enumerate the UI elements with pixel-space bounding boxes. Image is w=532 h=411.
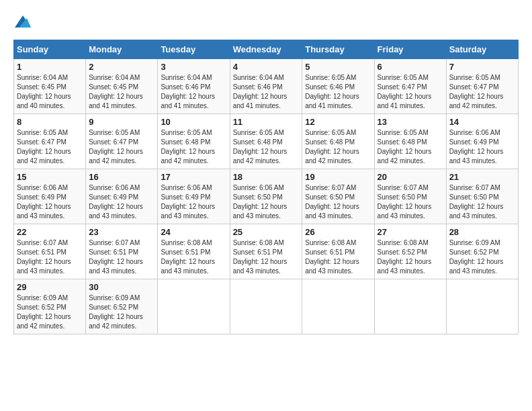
day-cell-4: 4 Sunrise: 6:04 AMSunset: 6:46 PMDayligh… — [230, 59, 302, 114]
day-detail: Sunrise: 6:07 AMSunset: 6:51 PMDaylight:… — [89, 239, 143, 275]
day-cell-29: 29 Sunrise: 6:09 AMSunset: 6:52 PMDaylig… — [14, 279, 86, 334]
day-number: 25 — [233, 227, 300, 237]
day-detail: Sunrise: 6:05 AMSunset: 6:47 PMDaylight:… — [17, 129, 71, 165]
day-number: 16 — [89, 172, 154, 182]
day-cell-28: 28 Sunrise: 6:09 AMSunset: 6:52 PMDaylig… — [446, 224, 518, 279]
day-cell-10: 10 Sunrise: 6:05 AMSunset: 6:48 PMDaylig… — [158, 114, 230, 169]
day-detail: Sunrise: 6:04 AMSunset: 6:45 PMDaylight:… — [89, 74, 143, 109]
col-friday: Friday — [374, 40, 446, 59]
empty-cell — [158, 279, 230, 334]
day-cell-24: 24 Sunrise: 6:08 AMSunset: 6:51 PMDaylig… — [158, 224, 230, 279]
day-number: 10 — [161, 117, 226, 127]
header — [13, 13, 519, 33]
day-cell-11: 11 Sunrise: 6:05 AMSunset: 6:48 PMDaylig… — [230, 114, 302, 169]
day-detail: Sunrise: 6:05 AMSunset: 6:47 PMDaylight:… — [449, 74, 504, 109]
day-number: 13 — [378, 117, 443, 127]
empty-cell — [230, 279, 302, 334]
col-wednesday: Wednesday — [230, 40, 302, 59]
day-cell-5: 5 Sunrise: 6:05 AMSunset: 6:46 PMDayligh… — [302, 59, 374, 114]
day-detail: Sunrise: 6:05 AMSunset: 6:46 PMDaylight:… — [305, 74, 359, 109]
col-thursday: Thursday — [302, 40, 374, 59]
day-number: 5 — [305, 62, 371, 72]
day-number: 4 — [233, 62, 300, 72]
day-number: 30 — [89, 282, 154, 292]
day-number: 29 — [17, 282, 83, 292]
day-detail: Sunrise: 6:08 AMSunset: 6:51 PMDaylight:… — [233, 239, 287, 275]
day-detail: Sunrise: 6:08 AMSunset: 6:52 PMDaylight:… — [378, 239, 432, 275]
day-number: 24 — [161, 227, 226, 237]
logo-icon — [15, 13, 31, 30]
col-saturday: Saturday — [446, 40, 518, 59]
day-detail: Sunrise: 6:04 AMSunset: 6:45 PMDaylight:… — [17, 74, 71, 109]
day-number: 18 — [233, 172, 300, 182]
day-number: 8 — [17, 117, 83, 127]
day-number: 19 — [305, 172, 371, 182]
day-cell-2: 2 Sunrise: 6:04 AMSunset: 6:45 PMDayligh… — [86, 59, 158, 114]
day-cell-8: 8 Sunrise: 6:05 AMSunset: 6:47 PMDayligh… — [14, 114, 86, 169]
day-detail: Sunrise: 6:04 AMSunset: 6:46 PMDaylight:… — [161, 74, 215, 109]
day-number: 23 — [89, 227, 154, 237]
day-cell-7: 7 Sunrise: 6:05 AMSunset: 6:47 PMDayligh… — [446, 59, 518, 114]
day-number: 14 — [449, 117, 515, 127]
day-cell-17: 17 Sunrise: 6:06 AMSunset: 6:49 PMDaylig… — [158, 169, 230, 224]
day-number: 9 — [89, 117, 154, 127]
day-detail: Sunrise: 6:05 AMSunset: 6:48 PMDaylight:… — [233, 129, 287, 165]
day-number: 26 — [305, 227, 371, 237]
day-cell-1: 1 Sunrise: 6:04 AMSunset: 6:45 PMDayligh… — [14, 59, 86, 114]
day-number: 11 — [233, 117, 300, 127]
day-cell-27: 27 Sunrise: 6:08 AMSunset: 6:52 PMDaylig… — [374, 224, 446, 279]
col-tuesday: Tuesday — [158, 40, 230, 59]
day-cell-15: 15 Sunrise: 6:06 AMSunset: 6:49 PMDaylig… — [14, 169, 86, 224]
day-number: 6 — [378, 62, 443, 72]
day-number: 3 — [161, 62, 226, 72]
day-detail: Sunrise: 6:07 AMSunset: 6:50 PMDaylight:… — [305, 184, 359, 220]
day-detail: Sunrise: 6:06 AMSunset: 6:49 PMDaylight:… — [17, 184, 71, 220]
day-cell-9: 9 Sunrise: 6:05 AMSunset: 6:47 PMDayligh… — [86, 114, 158, 169]
day-detail: Sunrise: 6:04 AMSunset: 6:46 PMDaylight:… — [233, 74, 287, 109]
header-row: Sunday Monday Tuesday Wednesday Thursday… — [14, 40, 519, 59]
day-number: 27 — [378, 227, 443, 237]
col-sunday: Sunday — [14, 40, 86, 59]
day-cell-6: 6 Sunrise: 6:05 AMSunset: 6:47 PMDayligh… — [374, 59, 446, 114]
day-cell-16: 16 Sunrise: 6:06 AMSunset: 6:49 PMDaylig… — [86, 169, 158, 224]
day-number: 2 — [89, 62, 154, 72]
day-detail: Sunrise: 6:06 AMSunset: 6:49 PMDaylight:… — [449, 129, 504, 165]
day-number: 22 — [17, 227, 83, 237]
day-cell-30: 30 Sunrise: 6:09 AMSunset: 6:52 PMDaylig… — [86, 279, 158, 334]
calendar-week-1: 1 Sunrise: 6:04 AMSunset: 6:45 PMDayligh… — [14, 59, 519, 114]
day-number: 12 — [305, 117, 371, 127]
day-detail: Sunrise: 6:09 AMSunset: 6:52 PMDaylight:… — [449, 239, 504, 275]
empty-cell — [374, 279, 446, 334]
empty-cell — [302, 279, 374, 334]
day-detail: Sunrise: 6:06 AMSunset: 6:50 PMDaylight:… — [233, 184, 287, 220]
day-number: 20 — [378, 172, 443, 182]
day-cell-21: 21 Sunrise: 6:07 AMSunset: 6:50 PMDaylig… — [446, 169, 518, 224]
col-monday: Monday — [86, 40, 158, 59]
calendar-table: Sunday Monday Tuesday Wednesday Thursday… — [13, 40, 519, 334]
day-cell-13: 13 Sunrise: 6:05 AMSunset: 6:48 PMDaylig… — [374, 114, 446, 169]
day-detail: Sunrise: 6:07 AMSunset: 6:50 PMDaylight:… — [449, 184, 504, 220]
day-detail: Sunrise: 6:05 AMSunset: 6:48 PMDaylight:… — [305, 129, 359, 165]
day-detail: Sunrise: 6:05 AMSunset: 6:47 PMDaylight:… — [378, 74, 432, 109]
day-detail: Sunrise: 6:05 AMSunset: 6:48 PMDaylight:… — [378, 129, 432, 165]
calendar-week-4: 22 Sunrise: 6:07 AMSunset: 6:51 PMDaylig… — [14, 224, 519, 279]
day-cell-12: 12 Sunrise: 6:05 AMSunset: 6:48 PMDaylig… — [302, 114, 374, 169]
day-number: 28 — [449, 227, 515, 237]
day-detail: Sunrise: 6:05 AMSunset: 6:48 PMDaylight:… — [161, 129, 215, 165]
logo — [13, 13, 31, 33]
day-cell-20: 20 Sunrise: 6:07 AMSunset: 6:50 PMDaylig… — [374, 169, 446, 224]
day-detail: Sunrise: 6:08 AMSunset: 6:51 PMDaylight:… — [161, 239, 215, 275]
day-cell-18: 18 Sunrise: 6:06 AMSunset: 6:50 PMDaylig… — [230, 169, 302, 224]
day-number: 1 — [17, 62, 83, 72]
day-detail: Sunrise: 6:08 AMSunset: 6:51 PMDaylight:… — [305, 239, 359, 275]
day-detail: Sunrise: 6:06 AMSunset: 6:49 PMDaylight:… — [161, 184, 215, 220]
day-detail: Sunrise: 6:07 AMSunset: 6:50 PMDaylight:… — [378, 184, 432, 220]
day-number: 7 — [449, 62, 515, 72]
day-number: 21 — [449, 172, 515, 182]
calendar-week-3: 15 Sunrise: 6:06 AMSunset: 6:49 PMDaylig… — [14, 169, 519, 224]
day-detail: Sunrise: 6:05 AMSunset: 6:47 PMDaylight:… — [89, 129, 143, 165]
calendar-week-5: 29 Sunrise: 6:09 AMSunset: 6:52 PMDaylig… — [14, 279, 519, 334]
empty-cell — [446, 279, 518, 334]
day-detail: Sunrise: 6:09 AMSunset: 6:52 PMDaylight:… — [89, 294, 143, 330]
day-number: 15 — [17, 172, 83, 182]
